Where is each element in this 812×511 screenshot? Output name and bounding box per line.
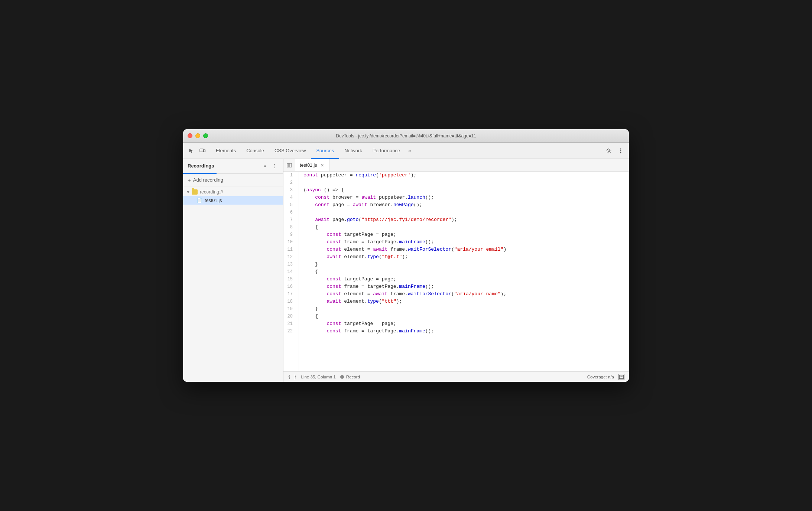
code-line-19: } — [303, 305, 624, 313]
code-line-11: const element = await frame.waitForSelec… — [303, 246, 624, 253]
line-num-15: 15 — [283, 276, 296, 283]
tab-network[interactable]: Network — [339, 143, 367, 159]
sidebar-menu-icon[interactable]: ⋮ — [270, 162, 279, 170]
top-tab-bar: Elements Console CSS Overview Sources Ne… — [183, 143, 629, 159]
line-num-9: 9 — [283, 231, 296, 238]
add-recording-button[interactable]: + Add recording — [183, 174, 283, 186]
cursor-icon[interactable] — [186, 146, 196, 156]
code-line-9: const targetPage = page; — [303, 231, 624, 238]
line-num-4: 4 — [283, 194, 296, 201]
code-line-13: } — [303, 261, 624, 268]
code-line-20: { — [303, 313, 624, 320]
top-tabs: Elements Console CSS Overview Sources Ne… — [211, 143, 604, 159]
sidebar-collapse-icon[interactable] — [285, 161, 294, 170]
cursor-position: Line 35, Column 1 — [301, 375, 335, 379]
expand-sidebar-icon[interactable]: » — [261, 162, 269, 170]
code-line-8: { — [303, 224, 624, 231]
code-line-21: const targetPage = page; — [303, 320, 624, 328]
code-lines: 1 2 3 4 5 6 7 8 9 10 11 12 13 — [283, 172, 629, 371]
add-recording-plus-icon: + — [188, 177, 191, 183]
line-num-21: 21 — [283, 320, 296, 328]
line-num-3: 3 — [283, 186, 296, 194]
tab-elements[interactable]: Elements — [211, 143, 241, 159]
record-button[interactable]: Record — [340, 375, 360, 379]
more-tabs-button[interactable]: » — [405, 143, 414, 159]
editor-tabs: test01.js ✕ — [283, 159, 629, 172]
svg-rect-6 — [287, 163, 289, 167]
format-document-icon[interactable]: { } — [288, 374, 296, 380]
code-line-1: const puppeteer = require('puppeteer'); — [303, 172, 624, 179]
device-toggle-icon[interactable] — [197, 146, 208, 156]
code-line-2 — [303, 179, 624, 186]
editor-area: test01.js ✕ 1 2 3 4 5 6 7 — [283, 159, 629, 382]
code-line-18: await element.type("ttt"); — [303, 298, 624, 305]
traffic-lights — [188, 133, 208, 138]
line-num-13: 13 — [283, 261, 296, 268]
coverage-screenshot-icon[interactable] — [618, 374, 624, 380]
editor-tab-close-icon[interactable]: ✕ — [319, 163, 325, 168]
tab-performance[interactable]: Performance — [367, 143, 405, 159]
sidebar-title: Recordings — [188, 163, 261, 169]
tab-css-overview[interactable]: CSS Overview — [269, 143, 311, 159]
more-options-icon[interactable] — [616, 146, 626, 156]
file-tree: ▼ recording:// 📄 test01.js — [183, 186, 283, 382]
line-num-11: 11 — [283, 246, 296, 253]
code-content: const puppeteer = require('puppeteer'); … — [299, 172, 629, 371]
tab-sources[interactable]: Sources — [311, 143, 339, 159]
svg-point-4 — [620, 150, 621, 151]
devtools-panel: Elements Console CSS Overview Sources Ne… — [183, 143, 629, 382]
line-num-6: 6 — [283, 209, 296, 216]
code-line-17: const element = await frame.waitForSelec… — [303, 290, 624, 298]
title-bar: DevTools - jec.fyi/demo/recorder?email=t… — [183, 129, 629, 143]
line-num-10: 10 — [283, 238, 296, 246]
line-num-22: 22 — [283, 328, 296, 335]
settings-icon[interactable] — [604, 146, 614, 156]
tree-folder-recording[interactable]: ▼ recording:// — [183, 188, 283, 196]
line-num-7: 7 — [283, 216, 296, 224]
editor-tab-label: test01.js — [300, 163, 317, 168]
tab-console[interactable]: Console — [241, 143, 269, 159]
toolbar-right — [604, 146, 626, 156]
code-line-7: await page.goto("https://jec.fyi/demo/re… — [303, 216, 624, 224]
close-button[interactable] — [188, 133, 192, 138]
svg-rect-1 — [204, 150, 205, 152]
devtools-window: DevTools - jec.fyi/demo/recorder?email=t… — [183, 129, 629, 382]
svg-rect-0 — [200, 149, 204, 152]
svg-point-5 — [620, 152, 621, 153]
line-num-8: 8 — [283, 224, 296, 231]
toolbar-left — [186, 146, 208, 156]
window-title: DevTools - jec.fyi/demo/recorder?email=t… — [336, 133, 476, 139]
coverage-label: Coverage: n/a — [587, 375, 614, 379]
code-line-4: const browser = await puppeteer.launch()… — [303, 194, 624, 201]
line-num-2: 2 — [283, 179, 296, 186]
code-line-3: (async () => { — [303, 186, 624, 194]
line-num-16: 16 — [283, 283, 296, 290]
code-line-12: await element.type("t@t.t"); — [303, 253, 624, 261]
code-line-10: const frame = targetPage.mainFrame(); — [303, 238, 624, 246]
file-icon: 📄 — [196, 198, 202, 203]
svg-point-3 — [620, 148, 621, 149]
line-num-1: 1 — [283, 172, 296, 179]
line-num-14: 14 — [283, 268, 296, 276]
tree-file-test01[interactable]: 📄 test01.js — [183, 196, 283, 205]
code-line-5: const page = await browser.newPage(); — [303, 201, 624, 209]
record-label: Record — [346, 375, 360, 379]
minimize-button[interactable] — [195, 133, 200, 138]
code-line-16: const frame = targetPage.mainFrame(); — [303, 283, 624, 290]
line-num-20: 20 — [283, 313, 296, 320]
sidebar: Recordings » ⋮ + Add recording — [183, 159, 283, 382]
sidebar-header: Recordings » ⋮ — [183, 159, 283, 173]
file-name: test01.js — [205, 198, 222, 203]
sidebar-header-icons: » ⋮ — [261, 162, 279, 170]
code-editor[interactable]: 1 2 3 4 5 6 7 8 9 10 11 12 13 — [283, 172, 629, 371]
editor-tab-test01[interactable]: test01.js ✕ — [295, 159, 330, 171]
line-num-19: 19 — [283, 305, 296, 313]
line-numbers: 1 2 3 4 5 6 7 8 9 10 11 12 13 — [283, 172, 299, 371]
svg-rect-11 — [620, 375, 624, 378]
recordings-tab-underline — [183, 173, 217, 174]
maximize-button[interactable] — [203, 133, 208, 138]
code-line-6 — [303, 209, 624, 216]
code-line-15: const targetPage = page; — [303, 276, 624, 283]
add-recording-label: Add recording — [193, 177, 223, 183]
svg-point-2 — [608, 150, 610, 152]
